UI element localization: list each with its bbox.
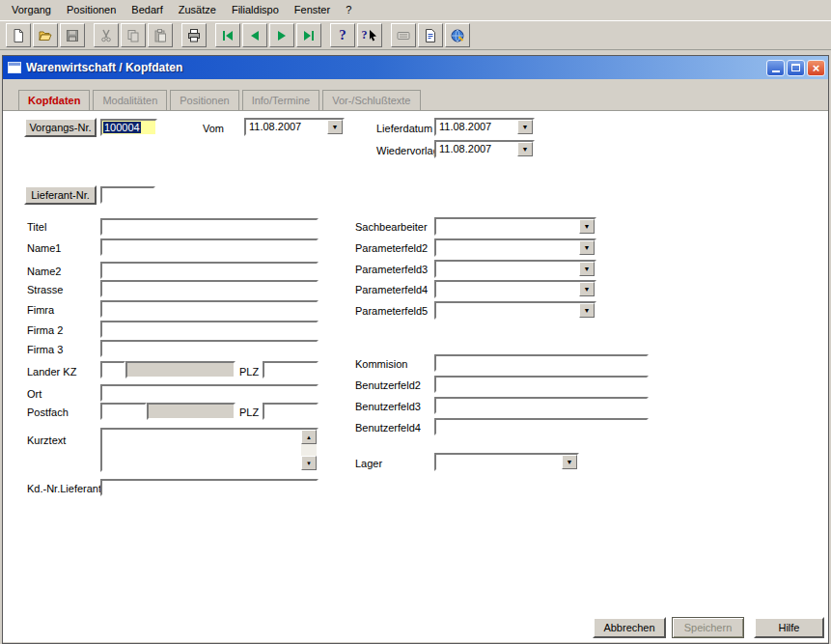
open-folder-button[interactable] — [33, 23, 58, 47]
lieferdatum-value: 11.08.2007 — [436, 120, 517, 134]
firma-field[interactable] — [100, 300, 319, 318]
plz1-field[interactable] — [263, 361, 319, 378]
print-button[interactable] — [181, 23, 207, 47]
last-record-icon — [301, 28, 317, 43]
hilfe-button[interactable]: Hilfe — [754, 617, 824, 638]
sachbearbeiter-dropdown-icon[interactable]: ▼ — [579, 219, 595, 234]
menu-filialdispo[interactable]: Filialdispo — [224, 1, 287, 18]
vorgangs-nr-button[interactable]: Vorgangs-Nr. — [24, 118, 97, 137]
firma3-label: Firma 3 — [27, 344, 63, 356]
menu-zusaetze[interactable]: Zusätze — [171, 1, 224, 18]
wiedervorlage-dropdown-icon[interactable]: ▼ — [517, 142, 533, 156]
save-button[interactable] — [60, 23, 85, 47]
plz2-field[interactable] — [263, 403, 319, 420]
parameterfeld4-dropdown-icon[interactable]: ▼ — [579, 282, 595, 296]
tab-info-termine[interactable]: Info/Termine — [242, 90, 320, 110]
copy-button[interactable] — [121, 23, 146, 47]
benutzerfeld3-field[interactable] — [434, 397, 649, 414]
help-button[interactable]: ? — [330, 23, 355, 47]
firma3-field[interactable] — [100, 340, 319, 357]
parameterfeld3-combo[interactable]: ▼ — [434, 260, 596, 278]
copy-icon — [125, 28, 141, 43]
name2-label: Name2 — [27, 266, 61, 278]
parameterfeld4-combo[interactable]: ▼ — [434, 280, 596, 298]
lander-kz-field[interactable] — [100, 361, 125, 378]
parameterfeld2-label: Parameterfeld2 — [355, 242, 428, 255]
menu-fenster[interactable]: Fenster — [287, 1, 338, 18]
parameterfeld5-combo[interactable]: ▼ — [434, 301, 596, 320]
context-help-button[interactable]: ? — [357, 23, 382, 47]
name1-field[interactable] — [100, 238, 319, 256]
tab-positionen[interactable]: Positionen — [170, 90, 238, 110]
last-record-button[interactable] — [296, 23, 321, 47]
ort-field[interactable] — [100, 384, 319, 402]
lager-label: Lager — [355, 458, 382, 470]
menu-bedarf[interactable]: Bedarf — [124, 1, 170, 18]
document-notes-button[interactable] — [418, 23, 443, 47]
context-help-icon: ? — [362, 28, 368, 42]
postfach-field[interactable] — [100, 403, 147, 420]
kd-nr-lieferant-field[interactable] — [100, 479, 319, 496]
cut-button[interactable] — [94, 23, 119, 47]
parameterfeld3-dropdown-icon[interactable]: ▼ — [579, 262, 595, 276]
maximize-button[interactable] — [787, 60, 805, 76]
vom-value: 11.08.2007 — [246, 120, 327, 134]
lieferdatum-combo[interactable]: 11.08.2007 ▼ — [434, 118, 535, 136]
vom-combo[interactable]: 11.08.2007 ▼ — [244, 118, 345, 136]
kd-nr-lieferant-label: Kd.-Nr.Lieferant — [27, 483, 101, 495]
name2-field[interactable] — [100, 262, 319, 279]
new-document-button[interactable] — [6, 23, 31, 47]
strasse-label: Strasse — [27, 284, 63, 296]
scroll-up-icon[interactable]: ▲ — [301, 430, 317, 444]
first-record-icon — [220, 28, 235, 43]
parameterfeld2-dropdown-icon[interactable]: ▼ — [579, 240, 595, 255]
first-record-button[interactable] — [215, 23, 240, 47]
parameterfeld5-value — [436, 303, 579, 318]
previous-record-icon — [247, 28, 263, 43]
abbrechen-button[interactable]: Abbrechen — [593, 617, 666, 638]
strasse-field[interactable] — [100, 280, 319, 297]
cut-icon — [98, 28, 114, 43]
paste-icon — [152, 28, 168, 43]
parameterfeld5-dropdown-icon[interactable]: ▼ — [579, 303, 595, 318]
benutzerfeld2-field[interactable] — [434, 376, 649, 393]
paste-button[interactable] — [148, 23, 173, 47]
tab-vor-schlusstexte[interactable]: Vor-/Schlußtexte — [322, 90, 420, 110]
lieferdatum-dropdown-icon[interactable]: ▼ — [517, 120, 533, 134]
menu-vorgang[interactable]: Vorgang — [4, 1, 59, 18]
close-button[interactable]: × — [807, 60, 825, 76]
scroll-down-icon[interactable]: ▼ — [301, 456, 317, 470]
next-record-button[interactable] — [269, 23, 294, 47]
lager-dropdown-icon[interactable]: ▼ — [562, 455, 577, 469]
titel-field[interactable] — [100, 218, 319, 236]
menu-help[interactable]: ? — [338, 1, 359, 18]
vom-label: Vom — [203, 123, 224, 135]
minimize-button[interactable] — [766, 60, 785, 76]
lieferant-nr-field[interactable] — [100, 186, 155, 204]
tab-modalitaeten[interactable]: Modalitäten — [93, 90, 167, 110]
previous-record-button[interactable] — [242, 23, 267, 47]
parameterfeld3-value — [436, 262, 579, 276]
titlebar[interactable]: Warenwirtschaft / Kopfdaten × — [3, 56, 828, 79]
kurztext-label: Kurztext — [27, 434, 66, 447]
toolbar-group-extra — [391, 23, 470, 47]
kurztext-field[interactable]: ▲ ▼ — [100, 428, 319, 472]
speichern-button[interactable]: Speichern — [672, 617, 744, 638]
vorgangs-nr-field[interactable]: 100004 — [100, 119, 157, 136]
tab-kopfdaten[interactable]: Kopfdaten — [18, 90, 90, 110]
firma2-field[interactable] — [100, 321, 319, 338]
menu-positionen[interactable]: Positionen — [59, 1, 124, 18]
vom-dropdown-icon[interactable]: ▼ — [327, 120, 343, 134]
parameterfeld2-combo[interactable]: ▼ — [434, 238, 596, 257]
lieferant-nr-button[interactable]: Lieferant-Nr. — [24, 185, 97, 205]
sachbearbeiter-combo[interactable]: ▼ — [434, 217, 596, 236]
kurztext-scrollbar[interactable]: ▲ ▼ — [301, 430, 317, 470]
globe-tools-button[interactable] — [445, 23, 470, 47]
toolbar: ? ? — [0, 20, 831, 50]
lager-combo[interactable]: ▼ — [434, 453, 579, 471]
wiedervorlage-combo[interactable]: 11.08.2007 ▼ — [434, 140, 535, 158]
keypad-button[interactable] — [391, 23, 416, 47]
firma2-label: Firma 2 — [27, 324, 63, 337]
benutzerfeld4-field[interactable] — [434, 418, 649, 435]
kommision-field[interactable] — [434, 354, 649, 372]
